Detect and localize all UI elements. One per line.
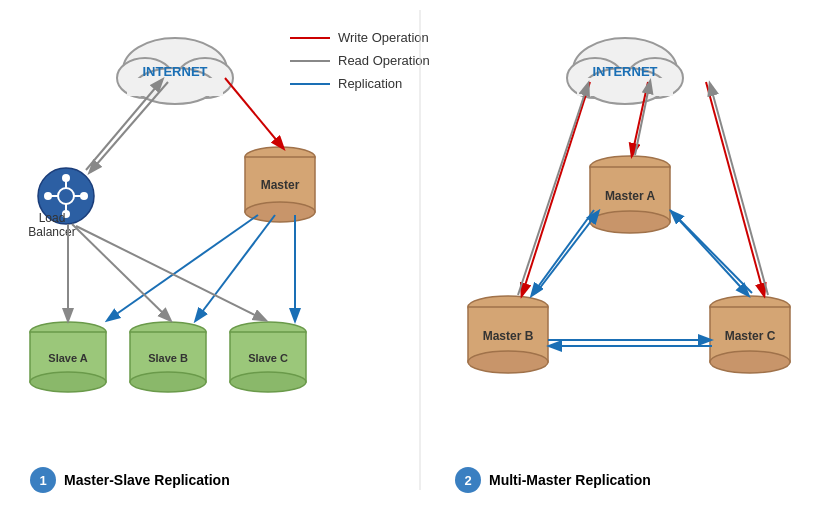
- master-a-cylinder: Master A: [590, 156, 670, 233]
- masterc-to-mastera-rep: [672, 212, 752, 293]
- master-cylinder-1: Master: [245, 147, 315, 222]
- masterb-to-internet-read: [518, 84, 588, 295]
- main-diagram-svg: INTERNET Master Load Balancer: [0, 0, 825, 515]
- svg-point-17: [80, 192, 88, 200]
- slave-b-label: Slave B: [148, 352, 188, 364]
- svg-point-34: [590, 211, 670, 233]
- badge-1: 1: [30, 467, 56, 493]
- lb-to-slavec-arrow: [76, 226, 265, 320]
- loadbalancer-label: Load: [39, 211, 66, 225]
- badge-2: 2: [455, 467, 481, 493]
- slave-c-label: Slave C: [248, 352, 288, 364]
- svg-point-20: [30, 372, 106, 392]
- internet-to-master-arrow: [225, 78, 283, 148]
- diagram-container: Write Operation Read Operation Replicati…: [0, 0, 825, 515]
- svg-point-7: [245, 202, 315, 222]
- slave-c-cylinder: Slave C: [230, 322, 306, 392]
- internet-to-masterc-write: [706, 82, 764, 295]
- slave-b-cylinder: Slave B: [130, 322, 206, 392]
- master-a-label: Master A: [605, 189, 656, 203]
- svg-point-26: [230, 372, 306, 392]
- master-label-1: Master: [261, 178, 300, 192]
- svg-point-14: [62, 174, 70, 182]
- cloud-internet-1: INTERNET: [117, 38, 233, 104]
- master-c-label: Master C: [725, 329, 776, 343]
- slave-a-cylinder: Slave A: [30, 322, 106, 392]
- lb-to-internet-arrow: [86, 80, 162, 170]
- lb-to-slaveb-arrow: [72, 224, 170, 320]
- svg-point-23: [130, 372, 206, 392]
- master-c-cylinder: Master C: [710, 296, 790, 373]
- diagram2-title-text: Multi-Master Replication: [489, 472, 651, 488]
- svg-rect-31: [577, 78, 673, 96]
- diagram1-title-text: Master-Slave Replication: [64, 472, 230, 488]
- master-b-cylinder: Master B: [468, 296, 548, 373]
- internet-label-1: INTERNET: [143, 64, 208, 79]
- svg-point-40: [710, 351, 790, 373]
- slave-a-label: Slave A: [48, 352, 87, 364]
- master-b-label: Master B: [483, 329, 534, 343]
- internet-label-2: INTERNET: [593, 64, 658, 79]
- diagram2-title: 2 Multi-Master Replication: [455, 467, 651, 493]
- svg-point-16: [44, 192, 52, 200]
- diagram1-title: 1 Master-Slave Replication: [30, 467, 230, 493]
- svg-point-37: [468, 351, 548, 373]
- svg-rect-4: [127, 78, 223, 96]
